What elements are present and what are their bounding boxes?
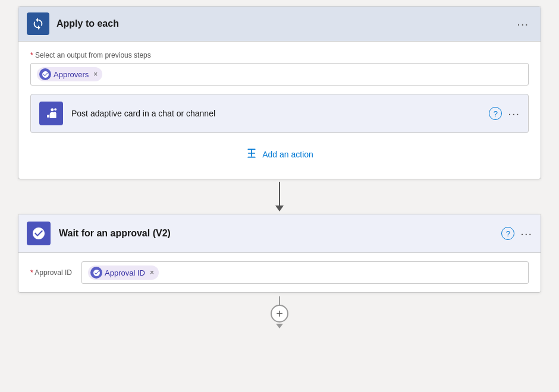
add-step-row: +	[271, 296, 288, 328]
apply-each-card: Apply to each ··· * Select an output fro…	[18, 6, 541, 179]
apply-each-title: Apply to each	[56, 18, 513, 29]
required-asterisk: *	[30, 51, 35, 59]
teams-action-icon-box	[39, 102, 63, 125]
add-action-icon	[246, 147, 257, 161]
svg-rect-1	[248, 149, 256, 150]
post-adaptive-card-more-button[interactable]: ···	[508, 107, 520, 121]
arrow-connector	[275, 179, 284, 214]
arrow-head	[275, 206, 284, 211]
page-container: Apply to each ··· * Select an output fro…	[0, 0, 559, 392]
output-token-input[interactable]: Approvers ×	[30, 63, 529, 86]
apply-each-body: * Select an output from previous steps A…	[18, 42, 541, 179]
wait-approval-help-button[interactable]: ?	[501, 227, 514, 240]
wait-approval-body: * Approval ID Approval ID ×	[18, 253, 541, 292]
approval-id-token-input[interactable]: Approval ID ×	[81, 261, 529, 284]
apply-each-header: Apply to each ···	[18, 7, 541, 42]
post-adaptive-card-title: Post adaptive card in a chat or channel	[71, 109, 489, 118]
wait-approval-card: Wait for an approval (V2) ? ··· * Approv…	[18, 214, 541, 293]
approvers-token-icon	[39, 68, 51, 80]
teams-icon	[44, 106, 58, 121]
post-adaptive-card-block[interactable]: Post adaptive card in a chat or channel …	[30, 94, 529, 133]
apply-each-icon-box	[27, 12, 49, 35]
add-step-arrow	[276, 324, 283, 328]
svg-rect-0	[248, 157, 256, 158]
approval-id-token: Approval ID ×	[88, 265, 159, 280]
approval-id-token-close[interactable]: ×	[150, 268, 154, 277]
select-output-label: * Select an output from previous steps	[30, 51, 529, 59]
loop-icon	[32, 17, 45, 30]
arrow-line	[279, 182, 280, 206]
approval-id-token-icon	[90, 267, 102, 279]
wait-approval-icon-box	[27, 222, 51, 245]
wait-approval-title: Wait for an approval (V2)	[59, 228, 501, 239]
add-action-label[interactable]: Add an action	[262, 150, 313, 159]
approvers-icon	[42, 71, 49, 78]
add-step-line	[279, 296, 280, 305]
approvers-token: Approvers ×	[37, 67, 102, 81]
approval-id-label: * Approval ID	[30, 268, 72, 277]
add-action-row[interactable]: Add an action	[30, 133, 529, 167]
insert-icon	[246, 147, 257, 159]
approval-id-chip-icon	[93, 269, 101, 277]
post-adaptive-card-help-button[interactable]: ?	[489, 107, 502, 120]
wait-approval-more-button[interactable]: ···	[520, 227, 532, 241]
apply-each-more-button[interactable]: ···	[513, 16, 532, 32]
approval-icon	[32, 226, 46, 241]
approvers-token-close[interactable]: ×	[93, 70, 98, 78]
wait-approval-header: Wait for an approval (V2) ? ···	[18, 214, 541, 253]
add-step-button[interactable]: +	[271, 305, 288, 323]
